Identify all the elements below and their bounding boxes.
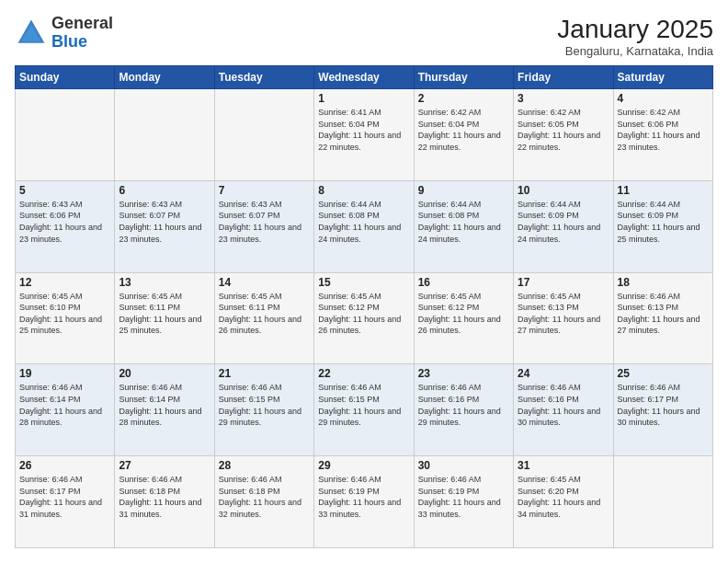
day-info: Sunrise: 6:45 AM Sunset: 6:13 PM Dayligh… [518,291,609,337]
day-info: Sunrise: 6:45 AM Sunset: 6:11 PM Dayligh… [219,291,310,337]
calendar-cell: 31Sunrise: 6:45 AM Sunset: 6:20 PM Dayli… [514,456,613,548]
header: General Blue January 2025 Bengaluru, Kar… [15,15,713,58]
calendar-cell: 10Sunrise: 6:44 AM Sunset: 6:09 PM Dayli… [514,180,613,272]
day-number: 22 [318,367,409,380]
calendar-cell: 22Sunrise: 6:46 AM Sunset: 6:15 PM Dayli… [314,364,414,456]
day-number: 30 [418,459,509,472]
day-number: 24 [518,367,609,380]
day-info: Sunrise: 6:46 AM Sunset: 6:17 PM Dayligh… [618,382,709,428]
day-info: Sunrise: 6:44 AM Sunset: 6:08 PM Dayligh… [318,199,409,245]
calendar-header: SundayMondayTuesdayWednesdayThursdayFrid… [16,66,713,89]
day-info: Sunrise: 6:46 AM Sunset: 6:15 PM Dayligh… [219,382,310,428]
calendar-cell: 14Sunrise: 6:45 AM Sunset: 6:11 PM Dayli… [214,272,313,364]
calendar-cell: 3Sunrise: 6:42 AM Sunset: 6:05 PM Daylig… [514,89,613,181]
calendar-week-row: 1Sunrise: 6:41 AM Sunset: 6:04 PM Daylig… [16,89,713,181]
day-number: 12 [19,276,110,289]
day-number: 7 [219,184,310,197]
calendar-week-row: 19Sunrise: 6:46 AM Sunset: 6:14 PM Dayli… [16,364,713,456]
weekday-header: Monday [115,66,214,89]
logo: General Blue [15,15,113,52]
weekday-header: Sunday [16,66,115,89]
calendar-cell: 27Sunrise: 6:46 AM Sunset: 6:18 PM Dayli… [115,456,214,548]
day-number: 15 [318,276,409,289]
calendar-cell: 28Sunrise: 6:46 AM Sunset: 6:18 PM Dayli… [214,456,313,548]
calendar-cell: 11Sunrise: 6:44 AM Sunset: 6:09 PM Dayli… [613,180,712,272]
logo-general: General [51,14,113,32]
calendar-cell: 21Sunrise: 6:46 AM Sunset: 6:15 PM Dayli… [214,364,313,456]
calendar-cell: 25Sunrise: 6:46 AM Sunset: 6:17 PM Dayli… [613,364,712,456]
calendar-cell: 2Sunrise: 6:42 AM Sunset: 6:04 PM Daylig… [414,89,513,181]
calendar-cell: 18Sunrise: 6:46 AM Sunset: 6:13 PM Dayli… [613,272,712,364]
logo-icon [15,17,48,50]
weekday-header: Tuesday [214,66,313,89]
day-number: 17 [518,276,609,289]
calendar-cell [214,89,313,181]
calendar-cell: 17Sunrise: 6:45 AM Sunset: 6:13 PM Dayli… [514,272,613,364]
calendar-cell: 16Sunrise: 6:45 AM Sunset: 6:12 PM Dayli… [414,272,513,364]
calendar-week-row: 5Sunrise: 6:43 AM Sunset: 6:06 PM Daylig… [16,180,713,272]
day-number: 1 [318,92,409,105]
day-info: Sunrise: 6:45 AM Sunset: 6:12 PM Dayligh… [318,291,409,337]
day-number: 4 [618,92,709,105]
calendar-cell: 9Sunrise: 6:44 AM Sunset: 6:08 PM Daylig… [414,180,513,272]
weekday-header: Thursday [414,66,513,89]
day-number: 3 [518,92,609,105]
day-number: 18 [618,276,709,289]
day-info: Sunrise: 6:46 AM Sunset: 6:13 PM Dayligh… [618,291,709,337]
calendar-cell: 5Sunrise: 6:43 AM Sunset: 6:06 PM Daylig… [16,180,115,272]
day-info: Sunrise: 6:45 AM Sunset: 6:12 PM Dayligh… [418,291,509,337]
day-number: 28 [219,459,310,472]
calendar-cell: 15Sunrise: 6:45 AM Sunset: 6:12 PM Dayli… [314,272,414,364]
day-number: 5 [19,184,110,197]
location: Bengaluru, Karnataka, India [557,44,713,58]
day-info: Sunrise: 6:44 AM Sunset: 6:09 PM Dayligh… [518,199,609,245]
day-number: 16 [418,276,509,289]
calendar-cell: 6Sunrise: 6:43 AM Sunset: 6:07 PM Daylig… [115,180,214,272]
day-number: 8 [318,184,409,197]
calendar-cell: 13Sunrise: 6:45 AM Sunset: 6:11 PM Dayli… [115,272,214,364]
calendar-cell: 20Sunrise: 6:46 AM Sunset: 6:14 PM Dayli… [115,364,214,456]
calendar-cell: 8Sunrise: 6:44 AM Sunset: 6:08 PM Daylig… [314,180,414,272]
weekday-header: Wednesday [314,66,414,89]
day-info: Sunrise: 6:43 AM Sunset: 6:07 PM Dayligh… [219,199,310,245]
day-info: Sunrise: 6:46 AM Sunset: 6:14 PM Dayligh… [119,382,210,428]
calendar-week-row: 26Sunrise: 6:46 AM Sunset: 6:17 PM Dayli… [16,456,713,548]
page: General Blue January 2025 Bengaluru, Kar… [0,0,728,563]
day-number: 31 [518,459,609,472]
weekday-row: SundayMondayTuesdayWednesdayThursdayFrid… [16,66,713,89]
calendar-cell: 4Sunrise: 6:42 AM Sunset: 6:06 PM Daylig… [613,89,712,181]
weekday-header: Saturday [613,66,712,89]
day-info: Sunrise: 6:46 AM Sunset: 6:19 PM Dayligh… [418,474,509,520]
day-info: Sunrise: 6:46 AM Sunset: 6:16 PM Dayligh… [518,382,609,428]
day-info: Sunrise: 6:43 AM Sunset: 6:07 PM Dayligh… [119,199,210,245]
day-info: Sunrise: 6:46 AM Sunset: 6:14 PM Dayligh… [19,382,110,428]
day-number: 23 [418,367,509,380]
month-year: January 2025 [557,15,713,44]
day-number: 6 [119,184,210,197]
day-number: 25 [618,367,709,380]
day-info: Sunrise: 6:45 AM Sunset: 6:11 PM Dayligh… [119,291,210,337]
calendar-week-row: 12Sunrise: 6:45 AM Sunset: 6:10 PM Dayli… [16,272,713,364]
calendar-cell: 1Sunrise: 6:41 AM Sunset: 6:04 PM Daylig… [314,89,414,181]
day-number: 27 [119,459,210,472]
day-info: Sunrise: 6:46 AM Sunset: 6:15 PM Dayligh… [318,382,409,428]
day-number: 26 [19,459,110,472]
day-info: Sunrise: 6:44 AM Sunset: 6:09 PM Dayligh… [618,199,709,245]
day-info: Sunrise: 6:42 AM Sunset: 6:04 PM Dayligh… [418,107,509,153]
day-number: 9 [418,184,509,197]
day-number: 11 [618,184,709,197]
calendar-cell: 7Sunrise: 6:43 AM Sunset: 6:07 PM Daylig… [214,180,313,272]
calendar-cell: 23Sunrise: 6:46 AM Sunset: 6:16 PM Dayli… [414,364,513,456]
calendar-cell [115,89,214,181]
weekday-header: Friday [514,66,613,89]
logo-text: General Blue [51,15,113,52]
day-number: 21 [219,367,310,380]
day-info: Sunrise: 6:41 AM Sunset: 6:04 PM Dayligh… [318,107,409,153]
calendar: SundayMondayTuesdayWednesdayThursdayFrid… [15,65,713,548]
day-info: Sunrise: 6:43 AM Sunset: 6:06 PM Dayligh… [19,199,110,245]
day-info: Sunrise: 6:42 AM Sunset: 6:05 PM Dayligh… [518,107,609,153]
day-info: Sunrise: 6:46 AM Sunset: 6:19 PM Dayligh… [318,474,409,520]
calendar-cell: 12Sunrise: 6:45 AM Sunset: 6:10 PM Dayli… [16,272,115,364]
calendar-cell: 24Sunrise: 6:46 AM Sunset: 6:16 PM Dayli… [514,364,613,456]
title-block: January 2025 Bengaluru, Karnataka, India [557,15,713,58]
